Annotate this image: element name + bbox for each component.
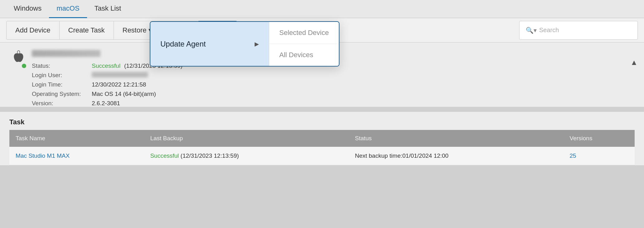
login-user-label: Login User: bbox=[32, 72, 88, 79]
login-user-value bbox=[92, 72, 148, 77]
submenu: Selected Device All Devices bbox=[269, 22, 339, 66]
dropdown-row: Update Agent ▶ Selected Device All Devic… bbox=[150, 22, 339, 66]
version-label: Version: bbox=[32, 100, 88, 107]
dropdown-inner: Update Agent ▶ Selected Device All Devic… bbox=[150, 22, 339, 66]
tab-windows[interactable]: Windows bbox=[6, 0, 49, 18]
os-label: Operating System: bbox=[32, 91, 88, 97]
header-row: Task Name Last Backup Status Versions bbox=[9, 130, 635, 147]
task-name-link[interactable]: Mac Studio M1 MAX bbox=[16, 152, 70, 159]
submenu-arrow-icon: ▶ bbox=[255, 41, 259, 47]
restore-label: Restore bbox=[123, 26, 147, 34]
more-dropdown: Update Agent ▶ Selected Device All Devic… bbox=[150, 21, 339, 67]
task-table: Task Name Last Backup Status Versions Ma… bbox=[9, 130, 635, 165]
last-backup-cell: Successful (12/31/2023 12:13:59) bbox=[144, 147, 349, 165]
login-user-row: Login User: bbox=[32, 72, 183, 79]
tab-bar: Windows macOS Task List bbox=[0, 0, 644, 18]
task-section: Task Task Name Last Backup Status Versio… bbox=[0, 112, 644, 165]
table-row: Mac Studio M1 MAX Successful (12/31/2023… bbox=[9, 147, 635, 165]
backup-date: (12/31/2023 12:13:59) bbox=[181, 152, 239, 159]
login-time-row: Login Time: 12/30/2022 12:21:58 bbox=[32, 81, 183, 88]
os-row: Operating System: Mac OS 14 (64-bit)(arm… bbox=[32, 91, 183, 97]
tab-macos[interactable]: macOS bbox=[49, 0, 87, 18]
search-box[interactable]: 🔍▾ Search bbox=[519, 21, 638, 40]
col-task-name: Task Name bbox=[9, 130, 144, 147]
task-section-title: Task bbox=[9, 118, 635, 126]
col-status: Status bbox=[349, 130, 563, 147]
toolbar: Add Device Create Task Restore ▾ Delete … bbox=[0, 18, 644, 42]
version-row: Version: 2.6.2-3081 bbox=[32, 100, 183, 107]
task-name-cell: Mac Studio M1 MAX bbox=[9, 147, 144, 165]
task-table-body: Mac Studio M1 MAX Successful (12/31/2023… bbox=[9, 147, 635, 165]
task-table-header: Task Name Last Backup Status Versions bbox=[9, 130, 635, 147]
backup-status: Successful bbox=[150, 152, 179, 159]
selected-device-option[interactable]: Selected Device bbox=[269, 22, 339, 44]
search-placeholder: Search bbox=[539, 27, 559, 34]
svg-point-0 bbox=[17, 51, 20, 54]
device-name-blurred bbox=[32, 50, 100, 57]
version-value: 2.6.2-3081 bbox=[92, 100, 120, 107]
versions-cell: 25 bbox=[564, 147, 635, 165]
status-label: Status: bbox=[32, 62, 88, 69]
search-area: 🔍▾ Search bbox=[519, 21, 638, 40]
versions-link[interactable]: 25 bbox=[570, 152, 576, 159]
more-dropdown-overlay: Update Agent ▶ Selected Device All Devic… bbox=[150, 21, 339, 67]
backup-status-cell: Next backup time:01/01/2024 12:00 bbox=[349, 147, 563, 165]
online-status-dot bbox=[22, 64, 26, 68]
login-time-value: 12/30/2022 12:21:58 bbox=[92, 81, 146, 88]
col-last-backup: Last Backup bbox=[144, 130, 349, 147]
apple-icon-wrapper bbox=[9, 50, 26, 69]
update-agent-button[interactable]: Update Agent ▶ bbox=[150, 22, 269, 66]
add-device-button[interactable]: Add Device bbox=[6, 21, 60, 40]
os-value: Mac OS 14 (64-bit)(arm) bbox=[92, 91, 156, 97]
col-versions: Versions bbox=[564, 130, 635, 147]
login-time-label: Login Time: bbox=[32, 81, 88, 88]
status-value: Successful bbox=[92, 62, 120, 69]
all-devices-option[interactable]: All Devices bbox=[269, 44, 339, 66]
create-task-button[interactable]: Create Task bbox=[60, 21, 114, 40]
search-icon: 🔍▾ bbox=[526, 27, 537, 34]
collapse-button[interactable]: ▲ bbox=[630, 58, 638, 67]
update-agent-label: Update Agent bbox=[160, 40, 206, 48]
tab-tasklist[interactable]: Task List bbox=[87, 0, 129, 18]
